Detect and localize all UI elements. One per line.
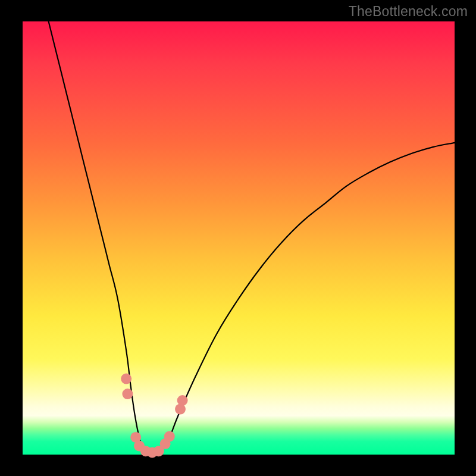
chart-plot-area: [23, 21, 455, 455]
chart-frame: TheBottleneck.com: [0, 0, 476, 476]
watermark-text: TheBottleneck.com: [349, 4, 468, 20]
marker-dot: [177, 395, 188, 406]
marker-dot: [122, 389, 133, 399]
bottleneck-curve: [49, 21, 455, 455]
chart-svg: [23, 21, 455, 455]
marker-dot: [121, 374, 131, 384]
marker-dot: [164, 431, 175, 441]
